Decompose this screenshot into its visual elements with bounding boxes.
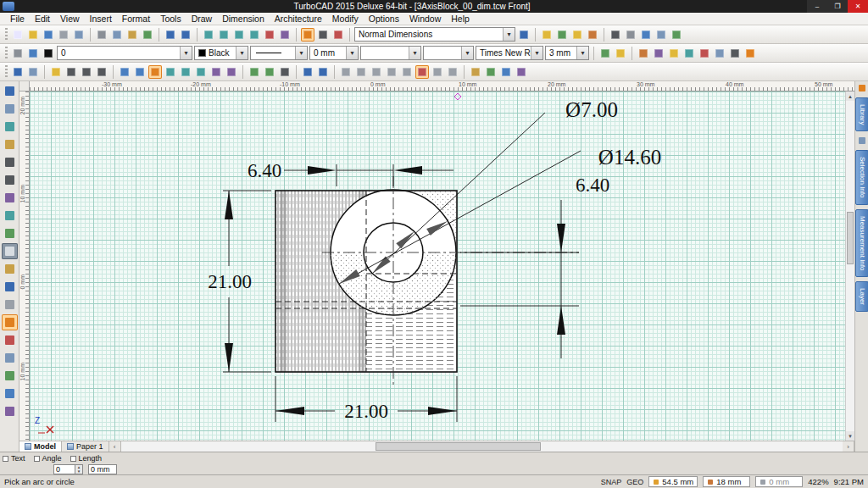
text-tool-icon[interactable] — [301, 65, 314, 79]
line-style-combo[interactable] — [250, 46, 308, 60]
pen-width-combo[interactable]: 0 mm — [309, 46, 359, 60]
style-wand-icon[interactable] — [598, 47, 612, 60]
text-checkbox[interactable] — [3, 456, 8, 462]
menu-help[interactable]: Help — [446, 13, 475, 25]
curve-tool-icon[interactable] — [2, 190, 18, 206]
tab-paper-1[interactable]: Paper 1 — [62, 441, 109, 452]
dim-horizontal-tool-icon[interactable] — [339, 65, 353, 79]
cut-icon[interactable] — [95, 28, 108, 42]
minimize-button[interactable]: – — [807, 0, 827, 13]
percent-scale-icon[interactable] — [639, 28, 653, 42]
cad-drawing[interactable]: 6.40 21.00 — [30, 92, 845, 441]
edit-select-tool-icon[interactable] — [2, 101, 18, 117]
dimension-tool-icon[interactable] — [2, 297, 18, 313]
menu-edit[interactable]: Edit — [30, 13, 55, 25]
new-file-icon[interactable] — [11, 28, 25, 42]
rectangle-tool-icon[interactable] — [118, 65, 131, 79]
select-tool-icon[interactable] — [2, 83, 18, 99]
polygon-tool-icon[interactable] — [248, 65, 261, 79]
vertex-snap-icon[interactable] — [331, 28, 345, 42]
pan-tool-icon[interactable] — [2, 136, 18, 152]
pan-icon[interactable] — [263, 28, 276, 42]
render-tool-icon[interactable] — [2, 403, 18, 419]
panel-tab-layer[interactable]: Layer — [855, 281, 868, 312]
dimension-top[interactable] — [284, 164, 453, 186]
tab-scroll-left-icon[interactable]: ‹ — [109, 441, 121, 452]
table-grid-icon[interactable] — [654, 28, 668, 42]
circle-2point-tool-icon[interactable] — [164, 65, 177, 79]
length-checkbox[interactable] — [70, 456, 76, 462]
ruler-tool-icon[interactable] — [555, 28, 569, 42]
dim-radius-tool-icon[interactable] — [400, 65, 414, 79]
modify-tool-icon[interactable] — [2, 332, 18, 348]
dim-angular-tool-icon[interactable] — [385, 65, 398, 79]
snap-flag[interactable]: SNAP — [601, 478, 622, 486]
link-chain-icon[interactable] — [670, 28, 683, 42]
horizontal-scrollbar[interactable] — [121, 441, 843, 452]
camera-view-icon[interactable] — [728, 47, 742, 60]
render-quality-icon[interactable] — [682, 47, 696, 60]
angle-input[interactable]: 0 — [53, 464, 75, 474]
select-arrow-icon[interactable] — [11, 65, 25, 79]
zoom-extents-icon[interactable] — [248, 28, 261, 42]
menu-modify[interactable]: Modify — [327, 13, 364, 25]
print-preview-icon[interactable] — [72, 28, 86, 42]
sketch-pen-icon[interactable] — [49, 65, 63, 79]
star-tool-icon[interactable] — [263, 65, 276, 79]
material-ball-icon[interactable] — [698, 47, 711, 60]
dimension-style-combo[interactable]: Normal Dimensions — [354, 27, 515, 42]
tolerance-tool-icon[interactable] — [446, 65, 459, 79]
zoom-in-icon[interactable] — [202, 28, 215, 42]
coord-x-box[interactable]: 54.5 mm — [648, 476, 698, 487]
by-layer-swatch-icon[interactable] — [42, 47, 55, 60]
circle-tool-icon[interactable] — [2, 208, 18, 224]
grid-snap-icon[interactable] — [316, 28, 330, 42]
ruler-left[interactable]: 20 mm 10 mm 0 mm 10 mm — [19, 92, 30, 441]
polyline-tool-icon[interactable] — [80, 65, 93, 79]
tab-scroll-right-icon[interactable]: › — [843, 441, 854, 452]
scroll-up-icon[interactable]: ▴ — [846, 92, 854, 101]
vertical-scroll-thumb[interactable] — [847, 212, 854, 264]
zoom-out-icon[interactable] — [217, 28, 231, 42]
lightbulb-icon[interactable] — [614, 47, 627, 60]
shape-tool-icon[interactable] — [2, 225, 18, 241]
menu-format[interactable]: Format — [117, 13, 155, 25]
arc-tool-icon[interactable] — [179, 65, 192, 79]
dim-parallel-tool-icon[interactable] — [370, 65, 383, 79]
panel-tab-measurement-info[interactable]: Measurement Info — [855, 209, 868, 277]
pen-edit-icon[interactable] — [540, 28, 554, 42]
arc-tool-icon[interactable] — [2, 172, 18, 188]
panel-options-icon[interactable] — [857, 136, 867, 146]
pick-cursor-icon[interactable] — [517, 28, 531, 42]
menu-dimension[interactable]: Dimension — [217, 13, 270, 25]
menu-view[interactable]: View — [55, 13, 85, 25]
toolbar-grip[interactable] — [5, 65, 8, 79]
insert-block-icon[interactable] — [499, 65, 513, 79]
dimension-right[interactable] — [460, 200, 579, 358]
measure-tool-icon[interactable] — [2, 385, 18, 402]
snap-tool-icon[interactable] — [2, 314, 18, 330]
spline-tool-icon[interactable] — [225, 65, 238, 79]
hatch-pattern-a-icon[interactable] — [609, 28, 622, 42]
angle-checkbox[interactable] — [34, 456, 40, 462]
maximize-button[interactable]: ❐ — [827, 0, 848, 13]
rotated-rectangle-tool-icon[interactable] — [133, 65, 147, 79]
sun-light-icon[interactable] — [637, 47, 650, 60]
menu-options[interactable]: Options — [364, 13, 404, 25]
explode-tool-icon[interactable] — [515, 65, 528, 79]
menu-draw[interactable]: Draw — [186, 13, 218, 25]
menu-tools[interactable]: Tools — [155, 13, 186, 25]
zoom-level[interactable]: 422% — [808, 477, 828, 486]
menu-file[interactable]: File — [5, 13, 30, 25]
ruler-top[interactable]: -30 mm -20 mm -10 mm 0 mm 10 mm 20 mm 30… — [30, 81, 854, 92]
close-button[interactable]: ✕ — [848, 0, 868, 13]
menu-window[interactable]: Window — [404, 13, 446, 25]
circle-tool-icon[interactable] — [148, 65, 162, 79]
print-icon[interactable] — [57, 28, 70, 42]
snap-toggle-icon[interactable] — [301, 28, 314, 42]
multiline-tool-icon[interactable] — [95, 65, 108, 79]
dim-vertical-tool-icon[interactable] — [354, 65, 368, 79]
tab-model[interactable]: Model — [19, 441, 62, 452]
ellipse-tool-icon[interactable] — [194, 65, 208, 79]
pattern-combo[interactable] — [360, 46, 421, 60]
